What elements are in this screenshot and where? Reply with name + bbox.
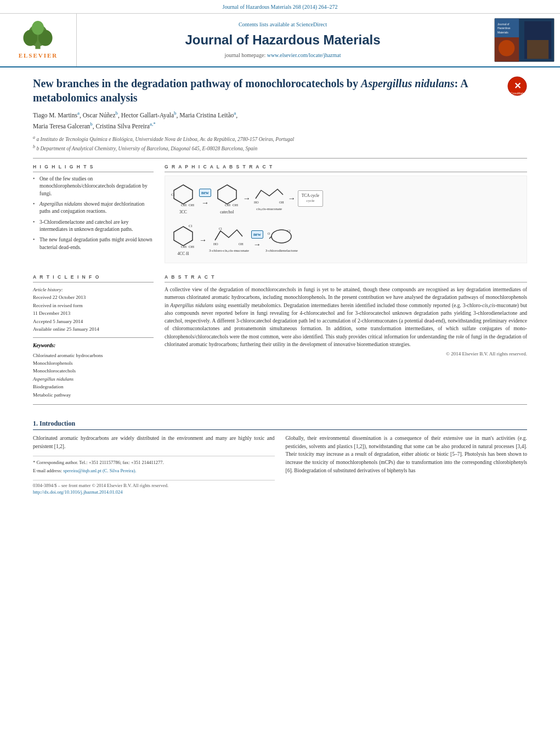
svg-text:Cl: Cl xyxy=(189,224,193,228)
tca-cycle-box: TCA cycle cycle xyxy=(298,190,323,207)
tca-label: TCA cycle xyxy=(302,193,319,199)
info-abstract-row: A R T I C L E I N F O Article history: R… xyxy=(0,269,560,399)
intro-body: Chlorinated aromatic hydrocarbons are wi… xyxy=(33,434,527,496)
journal-citation: Journal of Hazardous Materials 268 (2014… xyxy=(223,4,338,10)
svg-text:Cl: Cl xyxy=(171,193,175,197)
svg-text:CrossMark: CrossMark xyxy=(511,92,524,95)
arrow-1: → xyxy=(201,197,209,208)
highlight-item-3: 3-Chlorodienelactone and catechol are ke… xyxy=(33,219,154,234)
footnote-corresponding: * Corresponding author. Tel.: +351 21115… xyxy=(33,460,275,466)
molecule-3cc: Cl OH OH xyxy=(169,182,197,207)
elsevier-logo: ELSEVIER xyxy=(19,20,58,60)
svg-text:Cl: Cl xyxy=(219,227,222,230)
arrow-5: → xyxy=(253,239,261,250)
elsevier-label: ELSEVIER xyxy=(19,52,58,60)
graphical-abstract-column: G R A P H I C A L A B S T R A C T Cl OH … xyxy=(165,164,527,263)
highlight-item-2: Aspergillus nidulans showed major dechlo… xyxy=(33,201,154,216)
authors: Tiago M. Martinsa, Oscar Núñezb, Hector … xyxy=(33,109,527,131)
svg-text:OH: OH xyxy=(279,201,284,204)
svg-text:Materials: Materials xyxy=(497,31,508,34)
header-center: Contents lists available at ScienceDirec… xyxy=(77,14,489,66)
svg-text:Journal of: Journal of xyxy=(497,23,510,26)
article-section: New branches in the degradation pathway … xyxy=(0,67,560,159)
svg-text:HO: HO xyxy=(213,242,218,246)
homepage-url[interactable]: www.elsevier.com/locate/jhazmat xyxy=(267,52,341,58)
new-badge-2: new xyxy=(251,230,263,239)
svg-marker-17 xyxy=(174,185,193,204)
intro-heading: 1. Introduction xyxy=(33,419,527,430)
homepage-label: journal homepage: xyxy=(224,52,265,58)
arrow-3: → xyxy=(288,193,296,204)
copyright: © 2014 Elsevier B.V. All rights reserved… xyxy=(165,350,527,358)
page: Journal of Hazardous Materials 268 (2014… xyxy=(0,0,560,741)
molecule-chloro-muconate: Cl HO OH xyxy=(212,227,245,246)
svg-text:OH: OH xyxy=(225,203,230,207)
available-date: Available online 25 January 2014 xyxy=(33,325,154,333)
main-content: 1. Introduction Chlorinated aromatic hyd… xyxy=(0,410,560,496)
journal-thumbnail: Journal of Hazardous Materials xyxy=(494,18,555,62)
journal-cover-image: Journal of Hazardous Materials xyxy=(495,18,554,62)
keywords-section: Keywords: Chlorinated aromatic hydrocarb… xyxy=(33,342,154,399)
graphical-abstract-label: G R A P H I C A L A B S T R A C T xyxy=(165,164,527,172)
keyword-6: Metabolic pathway xyxy=(33,391,154,399)
intro-col-left: Chlorinated aromatic hydrocarbons are wi… xyxy=(33,434,275,496)
received-date: Received 22 October 2013 xyxy=(33,293,154,301)
intro-text-left: Chlorinated aromatic hydrocarbons are wi… xyxy=(33,434,275,450)
affiliation-a: a a Instituto de Tecnologia Química e Bi… xyxy=(33,134,527,143)
svg-text:OH: OH xyxy=(181,245,186,248)
svg-text:O: O xyxy=(268,232,270,235)
intro-text-right: Globally, their environmental disseminat… xyxy=(286,434,528,475)
sciencedirect-link[interactable]: Contents lists available at ScienceDirec… xyxy=(239,21,327,29)
keyword-1: Chlorinated aromatic hydrocarbons xyxy=(33,352,154,359)
svg-marker-26 xyxy=(174,227,193,246)
label-cis-muconate: cis,cis-muconate xyxy=(253,207,286,212)
highlights-list: One of the few studies on monochlorophen… xyxy=(33,176,154,251)
svg-marker-21 xyxy=(218,185,236,204)
label-chloro-muconate: 3-chloro-cis,cis-muconate xyxy=(209,248,249,254)
label-catechol: catechol xyxy=(213,210,241,216)
highlight-item-4: The new fungal degradation paths might a… xyxy=(33,236,154,251)
section-divider xyxy=(33,404,527,405)
svg-text:OH: OH xyxy=(181,203,186,207)
article-history: Article history: Received 22 October 201… xyxy=(33,286,154,333)
arrow-2: → xyxy=(243,193,251,204)
svg-rect-13 xyxy=(527,40,548,59)
keyword-2: Monochlorophenols xyxy=(33,359,154,367)
molecule-chlorodienelactone: Cl O xyxy=(267,227,297,246)
label-3cc: 3CC xyxy=(169,210,197,216)
highlights-column: H I G H L I G H T S One of the few studi… xyxy=(33,164,154,263)
article-info-column: A R T I C L E I N F O Article history: R… xyxy=(33,269,154,399)
divider xyxy=(33,158,527,159)
issn-line: 0304-3894/$ – see front matter © 2014 El… xyxy=(33,483,168,496)
revised-date: Received in revised form11 December 2013 xyxy=(33,302,154,318)
footnotes: * Corresponding author. Tel.: +351 21115… xyxy=(33,456,275,474)
bottom-bar: 0304-3894/$ – see front matter © 2014 El… xyxy=(33,480,275,496)
molecule-catechol: OH OH xyxy=(213,182,241,207)
svg-text:OH: OH xyxy=(239,242,244,246)
molecule-muconate: HO OH xyxy=(253,185,286,204)
top-header: Journal of Hazardous Materials 268 (2014… xyxy=(0,0,560,14)
svg-text:Hazardous: Hazardous xyxy=(497,27,511,30)
history-label: Article history: xyxy=(33,287,63,292)
highlights-abstract-row: H I G H L I G H T S One of the few studi… xyxy=(0,164,560,263)
sciencedirect-anchor[interactable]: ScienceDirect xyxy=(296,21,327,27)
article-info-label: A R T I C L E I N F O xyxy=(33,274,154,282)
journal-title: Journal of Hazardous Materials xyxy=(185,31,380,49)
graphical-abstract-image: Cl OH OH 3CC new → OH O xyxy=(165,176,527,263)
arrow-4: → xyxy=(199,235,207,246)
label-4cc: 4CC δl xyxy=(169,251,197,257)
svg-text:OH: OH xyxy=(189,245,194,248)
accepted-date: Accepted 5 January 2014 xyxy=(33,318,154,325)
keyword-3: Monochlorocatechols xyxy=(33,367,154,375)
article-title-block: New branches in the degradation pathway … xyxy=(33,76,527,105)
crossmark-icon[interactable]: ✕ CrossMark xyxy=(507,76,527,99)
contents-label: Contents lists available at xyxy=(239,21,295,27)
email-link[interactable]: spereira@itqb.unl.pt (C. Silva Pereira). xyxy=(63,468,136,473)
journal-homepage: journal homepage: www.elsevier.com/locat… xyxy=(224,52,341,59)
new-badge-1: new xyxy=(199,189,211,197)
doi-link[interactable]: http://dx.doi.org/10.1016/j.jhazmat.2014… xyxy=(33,489,122,495)
header-right: Journal of Hazardous Materials xyxy=(489,14,560,66)
elsevier-tree-icon xyxy=(19,20,57,50)
abstract-column: A B S T R A C T A collective view of the… xyxy=(165,269,527,399)
keyword-4: Aspergillus nidulans xyxy=(33,375,154,383)
